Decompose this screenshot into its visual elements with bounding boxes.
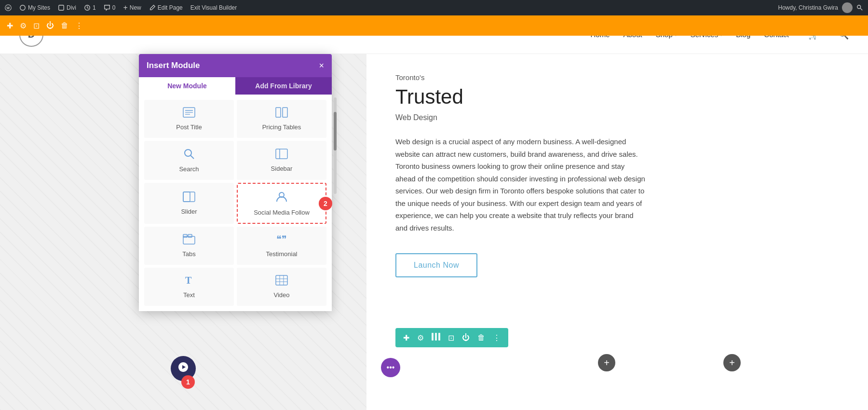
module-search[interactable]: Search [144,141,234,180]
module-testimonial[interactable]: ❝❞ Testimonial [237,227,326,265]
toolbar-more-icon[interactable]: ⋮ [75,21,83,30]
module-testimonial-label: Testimonial [266,250,297,258]
edit-page-button[interactable]: Edit Page [149,4,183,11]
page-toolbar: ✚ ⚙ ⊡ ⏻ 🗑 ⋮ [0,15,868,36]
module-video-label: Video [273,291,289,299]
svg-rect-21 [183,234,187,237]
module-social-media-follow[interactable]: Social Media Follow 2 [237,183,326,224]
module-pricing-tables[interactable]: Pricing Tables [237,100,326,138]
teal-layout-icon[interactable]: ⊡ [448,333,454,342]
sidebar-module-icon [275,149,288,162]
module-slider-label: Slider [181,208,197,215]
updates[interactable]: 1 [84,4,96,11]
module-text[interactable]: T Text [144,268,234,306]
teal-delete-icon[interactable]: 🗑 [477,333,485,342]
module-pricing-tables-label: Pricing Tables [262,123,301,131]
tab-add-from-library[interactable]: Add From Library [235,77,332,95]
module-post-title[interactable]: Post Title [144,100,234,138]
module-tabs[interactable]: Tabs [144,227,234,265]
module-social-media-follow-label: Social Media Follow [254,209,310,216]
search-module-icon [183,148,195,163]
comments[interactable]: 0 [104,4,116,11]
svg-point-5 [857,5,861,9]
module-sidebar-label: Sidebar [271,165,293,172]
search-icon[interactable] [856,4,863,11]
module-search-label: Search [179,165,199,173]
toolbar-add-icon[interactable]: ✚ [7,21,13,30]
content-subtitle: Web Design [395,113,839,122]
module-slider[interactable]: Slider [144,183,234,224]
launch-now-button[interactable]: Launch Now [395,253,477,277]
new-button[interactable]: + New [123,3,141,12]
insert-module-modal: Insert Module × New Module Add From Libr… [139,54,332,311]
video-module-icon [275,275,288,288]
teal-power-icon[interactable]: ⏻ [462,333,470,342]
modal-scrollbar[interactable] [334,97,337,194]
svg-rect-11 [276,108,281,117]
testimonial-module-icon: ❝❞ [275,234,288,247]
module-grid: Post Title Pricing Tables Search [139,95,332,311]
modal-title: Insert Module [147,61,200,70]
toolbar-settings-icon[interactable]: ⚙ [20,21,27,30]
admin-bar: W My Sites Divi 1 0 + New Edit Page Exit… [0,0,868,15]
svg-point-2 [20,5,26,11]
add-button-right[interactable]: + [723,354,741,371]
add-button-center[interactable]: + [598,354,615,371]
tabs-module-icon [183,234,195,247]
left-panel: Insert Module × New Module Add From Libr… [0,54,366,410]
right-panel: Toronto's Trusted Web Design Web design … [366,54,868,410]
teal-columns-icon[interactable] [432,333,440,342]
dots-icon: ••• [387,363,395,372]
svg-rect-31 [435,333,437,341]
user-info: Howdy, Christina Gwira [778,2,863,13]
svg-rect-3 [59,5,64,11]
social-media-follow-icon [275,191,288,206]
svg-rect-32 [438,333,440,341]
teal-settings-icon[interactable]: ⚙ [417,333,424,342]
toolbar-layout-icon[interactable]: ⊡ [33,21,40,30]
svg-rect-12 [283,108,287,117]
content-title: Trusted [395,85,839,109]
module-sidebar[interactable]: Sidebar [237,141,326,180]
slider-module-icon [183,191,195,205]
svg-rect-22 [188,234,192,237]
exit-visual-builder[interactable]: Exit Visual Builder [190,4,237,11]
module-tabs-label: Tabs [182,250,195,258]
svg-rect-25 [276,275,287,285]
toolbar-delete-icon[interactable]: 🗑 [61,21,68,30]
modal-close-button[interactable]: × [319,61,324,70]
toolbar-power-icon[interactable]: ⏻ [46,21,54,30]
pricing-tables-icon [275,107,288,121]
module-video[interactable]: Video [237,268,326,306]
teal-more-icon[interactable]: ⋮ [493,333,501,342]
text-module-icon: T [184,275,194,288]
main-content: Insert Module × New Module Add From Libr… [0,54,868,410]
my-sites[interactable]: My Sites [19,4,50,11]
modal-header: Insert Module × [139,54,332,77]
scrollbar-thumb [334,112,337,150]
svg-line-6 [860,8,862,10]
avatar [842,2,853,13]
module-post-title-label: Post Title [176,123,202,131]
svg-point-13 [185,150,191,156]
post-title-icon [183,107,195,121]
content-pretitle: Toronto's [395,73,839,82]
badge-1: 1 [181,375,195,389]
modal-tabs: New Module Add From Library [139,77,332,95]
svg-line-14 [191,156,194,159]
svg-text:T: T [185,275,192,286]
purple-dots-button[interactable]: ••• [381,358,400,377]
tab-new-module[interactable]: New Module [139,77,235,95]
badge-2: 2 [319,197,332,210]
svg-rect-15 [276,149,287,159]
module-text-label: Text [183,291,195,299]
svg-rect-17 [183,192,195,202]
content-body: Web design is a crucial aspect of any mo… [395,136,646,234]
svg-rect-18 [183,192,190,202]
teal-toolbar: ✚ ⚙ ⊡ ⏻ 🗑 ⋮ [395,328,508,347]
wp-logo[interactable]: W [5,4,12,11]
teal-add-icon[interactable]: ✚ [403,333,409,342]
divi-menu[interactable]: Divi [58,4,76,11]
divi-icon [176,360,190,377]
svg-rect-30 [432,333,434,341]
